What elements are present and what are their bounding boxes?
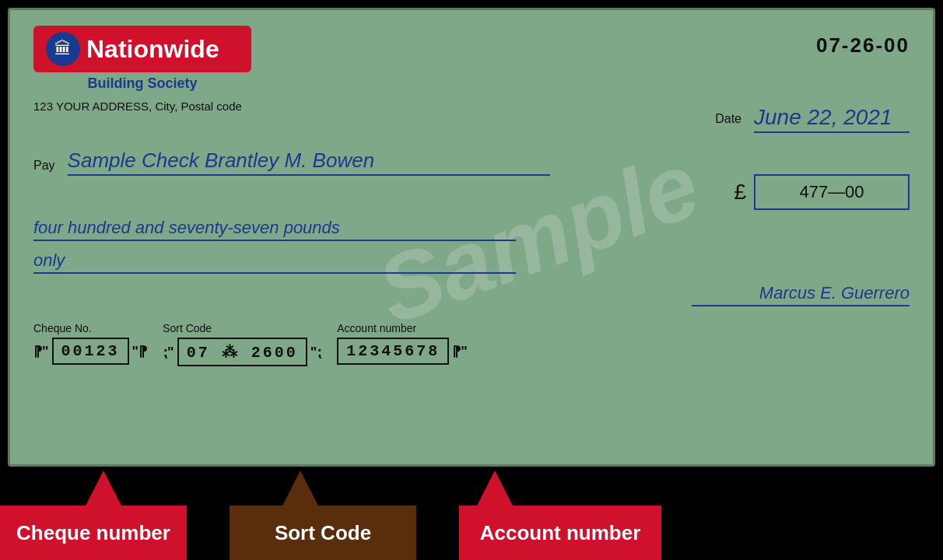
micr-close-cheque: "⁋	[132, 343, 148, 360]
payee-name: Sample Check Brantley M. Bowen	[68, 149, 550, 176]
sort-code-group: Sort Code ⁏" 07 ⁂ 2600 "⁏	[163, 322, 321, 366]
account-number-box: 12345678	[337, 338, 449, 365]
micr-close-sort: "⁏	[310, 344, 322, 361]
signature: Marcus E. Guerrero	[692, 283, 910, 306]
main-layout: Sample 🏛 Nationwide Building Society 07-…	[0, 0, 943, 560]
cheque-number-group: Cheque No. ⁋" 00123 "⁋	[33, 322, 147, 365]
date-value: June 22, 2021	[754, 105, 910, 133]
bottom-fields: Cheque No. ⁋" 00123 "⁋ Sort Code ⁏" 07 ⁂…	[33, 322, 910, 366]
header-row: 🏛 Nationwide Building Society 07-26-00	[33, 26, 910, 92]
pay-row: Pay Sample Check Brantley M. Bowen	[33, 149, 910, 176]
bank-name: Nationwide	[86, 35, 219, 64]
logo-badge: 🏛 Nationwide	[33, 26, 251, 72]
cheque-wrapper: Sample 🏛 Nationwide Building Society 07-…	[0, 0, 943, 474]
amount-words-line1: four hundred and seventy-seven pounds	[33, 218, 516, 241]
account-number-field-label: Account number	[337, 322, 416, 334]
bank-subtitle: Building Society	[87, 75, 197, 92]
pay-label: Pay	[33, 159, 55, 173]
account-micr-row: 12345678 ⁋"	[337, 338, 468, 365]
sort-code-label: Sort Code	[275, 521, 371, 545]
sort-code-field-label: Sort Code	[163, 322, 212, 334]
account-number-label-section: Account number	[459, 506, 661, 560]
sort-code-box: 07 ⁂ 2600	[177, 338, 307, 366]
sort-code-label-section: Sort Code	[230, 506, 416, 560]
micr-open-cheque: ⁋"	[33, 343, 49, 360]
cheque-no-label: Cheque No.	[33, 322, 92, 334]
amount-section: £ 477—00	[33, 174, 910, 210]
sort-micr-row: ⁏" 07 ⁂ 2600 "⁏	[163, 338, 321, 366]
bottom-section: Cheque number Sort Code Account number	[0, 474, 943, 560]
logo-block: 🏛 Nationwide Building Society	[33, 26, 251, 92]
bank-icon: 🏛	[46, 32, 80, 66]
words-row: four hundred and seventy-seven pounds on…	[33, 218, 910, 274]
cheque-content: 🏛 Nationwide Building Society 07-26-00 1…	[33, 26, 910, 366]
signature-row: Marcus E. Guerrero	[33, 283, 910, 306]
micr-open-sort: ⁏"	[163, 344, 174, 361]
amount-words-line2: only	[33, 250, 516, 274]
cheque-micr-row: ⁋" 00123 "⁋	[33, 338, 147, 365]
cheque-number-label: Cheque number	[16, 521, 170, 545]
cheque: Sample 🏛 Nationwide Building Society 07-…	[8, 8, 935, 467]
pound-symbol: £	[734, 180, 746, 205]
sort-code-top: 07-26-00	[816, 33, 910, 58]
amount-box: 477—00	[754, 174, 910, 210]
cheque-number-label-section: Cheque number	[0, 506, 187, 560]
spacer1	[187, 506, 230, 560]
micr-close-account: ⁋"	[452, 343, 468, 360]
account-number-group: Account number 12345678 ⁋"	[337, 322, 468, 365]
label-bar: Cheque number Sort Code Account number	[0, 506, 943, 560]
spacer2	[416, 506, 459, 560]
date-label: Date	[715, 112, 741, 126]
cheque-number-box: 00123	[52, 338, 129, 365]
account-number-label: Account number	[480, 521, 641, 545]
